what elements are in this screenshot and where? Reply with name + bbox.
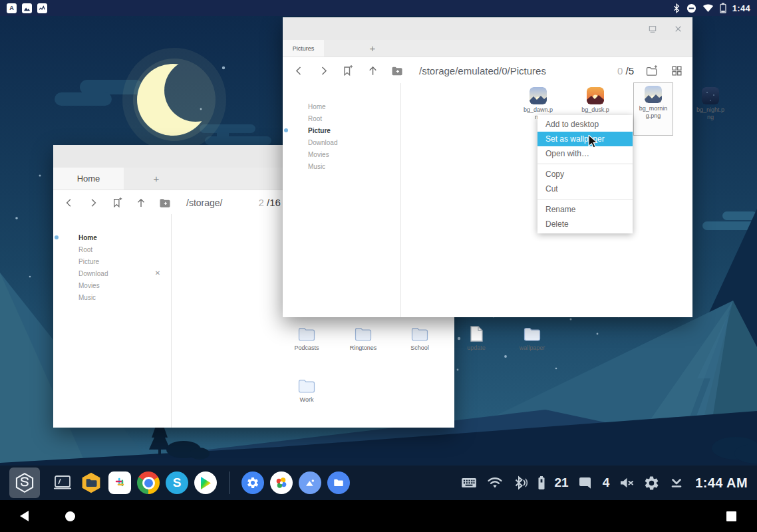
bluetooth-icon (673, 3, 681, 13)
grid-view-icon[interactable] (670, 64, 683, 77)
folder-icon (411, 325, 428, 342)
notifications-icon[interactable] (577, 475, 594, 491)
terminal-app-icon[interactable] (51, 471, 74, 494)
skype-app-icon[interactable]: S (166, 471, 188, 494)
menu-item-delete[interactable]: Delete (537, 217, 633, 231)
keyboard-icon[interactable] (460, 474, 478, 491)
forward-nav-icon[interactable] (317, 64, 330, 77)
sidebar-item-movies[interactable]: Movies (53, 279, 171, 291)
taskbar-apps: S (9, 467, 350, 498)
back-nav-icon[interactable] (63, 196, 76, 209)
new-tab-button[interactable]: + (363, 40, 382, 57)
sidebar-item-download[interactable]: Download (283, 136, 400, 148)
tab-home[interactable]: Home (53, 168, 124, 190)
menu-item-copy[interactable]: Copy (537, 167, 633, 182)
context-menu: Add to desktop Set as wallpaper Open wit… (537, 115, 633, 233)
sidebar: Home Root Picture Download Movies Music (283, 83, 401, 317)
image-thumbnail-morning (645, 86, 662, 103)
navigation-bar (0, 500, 757, 532)
moon (122, 48, 226, 152)
battery-icon[interactable] (537, 475, 546, 491)
gallery-app-icon[interactable] (299, 471, 321, 494)
settings-app-icon[interactable] (241, 471, 264, 494)
folder-item[interactable]: School (400, 323, 439, 352)
sidebar-item-download[interactable]: Download✕ (53, 267, 171, 279)
close-button[interactable] (673, 23, 683, 34)
new-folder-outline-icon[interactable] (645, 64, 659, 77)
nav-recents-button[interactable] (726, 511, 736, 521)
nav-home-button[interactable] (65, 511, 75, 521)
image-file-item-selected[interactable]: bg_mornin g.png (634, 83, 673, 135)
status-time: 1:44 (732, 3, 750, 13)
hexagon-s-icon (14, 472, 35, 493)
new-folder-icon[interactable] (158, 196, 172, 209)
notification-icon-activity (37, 3, 47, 13)
file-item[interactable]: update (457, 323, 496, 352)
chrome-app-icon[interactable] (137, 471, 160, 494)
folder-item[interactable]: Ringtones (344, 323, 382, 352)
battery-icon (720, 3, 726, 13)
bluetooth-icon[interactable] (512, 475, 528, 491)
path-display[interactable]: /storage/ (186, 198, 222, 208)
taskbar-tray: 21 4 1:44 AM (460, 474, 748, 491)
bookmark-add-icon[interactable] (110, 196, 124, 209)
photos-app-icon[interactable] (270, 471, 293, 494)
maximize-button[interactable] (647, 23, 658, 34)
mouse-cursor (588, 135, 601, 152)
path-display[interactable]: /storage/emulated/0/Pictures (419, 65, 546, 76)
sidebar-item-picture[interactable]: Picture (283, 124, 400, 136)
notification-area[interactable]: A (7, 3, 47, 13)
folder-item[interactable]: Podcasts (287, 323, 326, 352)
sidebar-item-music[interactable]: Music (53, 291, 171, 303)
do-not-disturb-icon (686, 3, 696, 13)
taskbar-clock[interactable]: 1:44 AM (695, 475, 748, 491)
sidebar-item-root[interactable]: Root (53, 243, 171, 255)
menu-item-open-with[interactable]: Open with… (537, 146, 633, 161)
system-update-icon[interactable] (669, 475, 684, 491)
bookmark-add-icon[interactable] (341, 64, 355, 77)
item-count: 2 /16 (258, 197, 280, 208)
window-titlebar[interactable] (283, 17, 692, 40)
forward-nav-icon[interactable] (86, 196, 100, 209)
volume-muted-icon[interactable] (618, 475, 635, 491)
remove-bookmark-icon[interactable]: ✕ (154, 269, 162, 277)
slack-app-icon[interactable] (108, 471, 131, 494)
new-tab-button[interactable]: + (146, 168, 166, 190)
folder-item[interactable]: Screen- shots (749, 84, 757, 120)
menu-item-set-as-wallpaper[interactable]: Set as wallpaper (537, 132, 633, 146)
back-nav-icon[interactable] (292, 64, 305, 77)
image-file-item[interactable]: bg_night.p ng (691, 84, 730, 120)
taskbar-separator (229, 471, 229, 494)
menu-item-rename[interactable]: Rename (537, 202, 633, 217)
nav-back-button[interactable] (20, 511, 29, 521)
app-launcher-button[interactable] (9, 467, 40, 498)
up-directory-icon[interactable] (134, 196, 148, 209)
taskbar: S (0, 466, 757, 500)
sidebar-item-picture[interactable]: Picture (53, 255, 171, 267)
folder-item[interactable]: Work (287, 374, 326, 404)
battery-percent[interactable]: 21 (555, 475, 569, 490)
android-desktop: A 1:44 (0, 0, 757, 532)
play-store-app-icon[interactable] (194, 471, 217, 494)
image-thumbnail-dusk (587, 87, 604, 104)
wifi-icon (702, 3, 714, 13)
files-app-icon[interactable] (327, 471, 350, 494)
file-manager-app-icon[interactable] (80, 471, 102, 494)
sidebar-item-home[interactable]: Home (283, 100, 400, 112)
status-icons: 1:44 (673, 3, 750, 13)
settings-gear-icon[interactable] (643, 475, 660, 491)
folder-item[interactable]: wallpaper (513, 323, 551, 352)
sidebar-item-movies[interactable]: Movies (283, 148, 400, 160)
new-folder-icon[interactable] (390, 64, 404, 77)
tab-pictures[interactable]: Pictures (283, 40, 324, 57)
sidebar-item-music[interactable]: Music (283, 160, 400, 172)
notification-count[interactable]: 4 (603, 475, 610, 490)
status-bar: A 1:44 (0, 0, 757, 16)
wifi-icon[interactable] (486, 475, 504, 491)
sidebar-item-root[interactable]: Root (283, 112, 400, 124)
menu-item-cut[interactable]: Cut (537, 182, 633, 196)
up-directory-icon[interactable] (366, 64, 379, 77)
menu-item-add-to-desktop[interactable]: Add to desktop (537, 117, 633, 132)
item-count: 0 /5 (617, 65, 634, 76)
sidebar-item-home[interactable]: Home (53, 231, 171, 243)
